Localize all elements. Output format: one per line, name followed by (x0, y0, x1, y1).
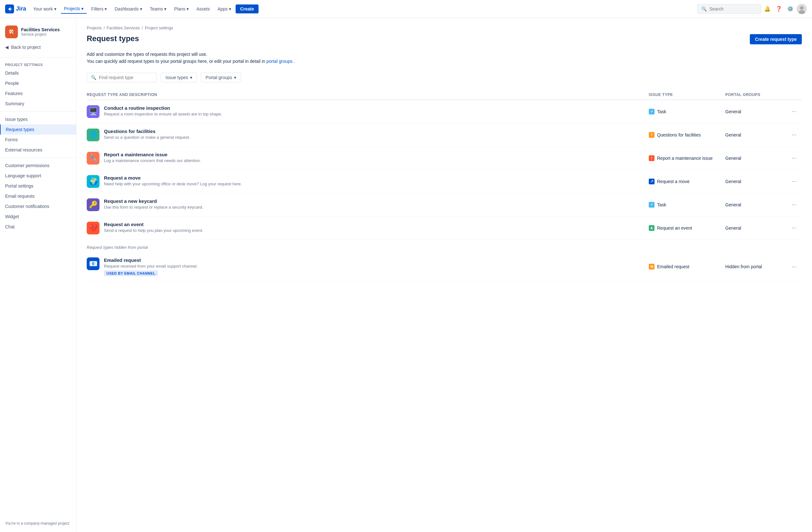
sidebar-item-details[interactable]: Details (0, 68, 76, 78)
sidebar-item-portal-settings[interactable]: Portal settings (0, 181, 76, 191)
back-label: Back to project (11, 45, 41, 50)
svg-point-3 (800, 6, 804, 10)
row-more-button[interactable]: ··· (789, 200, 799, 209)
issue-type-label: Request a move (657, 179, 690, 184)
jira-logo-text: Jira (16, 5, 26, 12)
sidebar-item-summary[interactable]: Summary (0, 99, 76, 109)
request-type-name[interactable]: Request a new keycard (104, 198, 203, 204)
nav-assets[interactable]: Assets (193, 4, 213, 13)
sidebar-item-forms[interactable]: Forms (0, 134, 76, 145)
settings-button[interactable]: ⚙️ (785, 4, 795, 14)
request-type-icon: ❤️ (87, 222, 100, 234)
svg-point-1 (9, 8, 11, 10)
breadcrumb-current: Project settings (145, 26, 173, 30)
breadcrumb-projects[interactable]: Projects (87, 26, 102, 30)
issue-type-icon: ✓ (649, 109, 654, 115)
request-type-name[interactable]: Emailed request (104, 257, 198, 263)
search-input[interactable] (709, 6, 757, 12)
sidebar-item-customer-permissions[interactable]: Customer permissions (0, 160, 76, 171)
search-box[interactable]: 🔍 (697, 4, 761, 14)
request-type-cell: 🔧 Report a maintenance issue Log a maint… (87, 152, 649, 164)
search-icon: 🔍 (701, 6, 707, 12)
user-avatar[interactable] (797, 4, 807, 14)
portal-group-cell: Hidden from portal (725, 264, 789, 269)
find-request-type-input[interactable] (99, 75, 153, 80)
row-more-button[interactable]: ··· (789, 130, 799, 139)
desc-line1: Add and customize the types of requests … (87, 51, 802, 58)
request-type-cell: 🌍 Request a move Need help with your upc… (87, 175, 649, 188)
create-button[interactable]: Create (236, 4, 259, 13)
request-type-icon: 🌍 (87, 175, 100, 188)
filters-row: 🔍 Issue types ▾ Portal groups ▾ (87, 73, 802, 82)
request-type-name[interactable]: Conduct a routine inspection (104, 105, 222, 111)
portal-groups-filter[interactable]: Portal groups ▾ (201, 73, 241, 82)
issue-type-cell: ! Report a maintenance issue (649, 155, 725, 161)
project-name: Facilities Services (21, 27, 60, 32)
sidebar-item-widget[interactable]: Widget (0, 212, 76, 222)
desc-end: . (294, 59, 295, 64)
request-type-cell: 🖥️ Conduct a routine inspection Request … (87, 105, 649, 118)
sidebar-item-request-types[interactable]: Request types (0, 125, 76, 134)
table-row: 🌐 Questions for facilities Send us a que… (87, 124, 802, 147)
request-type-name[interactable]: Report a maintenance issue (104, 152, 201, 157)
sidebar-item-people[interactable]: People (0, 78, 76, 88)
portal-groups-link[interactable]: portal groups (266, 59, 293, 64)
issue-type-cell: ? Questions for facilities (649, 132, 725, 138)
col-issue-type: Issue type (649, 92, 725, 97)
portal-group-cell: General (725, 156, 789, 161)
nav-your-work[interactable]: Your work ▾ (30, 4, 60, 13)
nav-projects[interactable]: Projects ▾ (61, 4, 87, 14)
issue-type-icon: ✉ (649, 264, 654, 270)
search-filter-icon: 🔍 (91, 75, 96, 80)
row-more-button[interactable]: ··· (789, 154, 799, 163)
row-more-button[interactable]: ··· (789, 107, 799, 116)
request-type-cell: 🌐 Questions for facilities Send us a que… (87, 129, 649, 141)
issue-types-filter[interactable]: Issue types ▾ (161, 73, 197, 82)
request-type-icon: 📧 (87, 257, 100, 270)
row-more-button[interactable]: ··· (789, 262, 799, 271)
sidebar-item-chat[interactable]: Chat (0, 222, 76, 232)
sidebar-item-language-support[interactable]: Language support (0, 171, 76, 181)
request-type-icon: 🔑 (87, 198, 100, 211)
request-type-name[interactable]: Questions for facilities (104, 129, 190, 134)
sidebar-item-external-resources[interactable]: External resources (0, 145, 76, 155)
portal-groups-label: Portal groups (206, 75, 232, 80)
nav-dashboards[interactable]: Dashboards ▾ (111, 4, 145, 13)
main-layout: 🛠 Facilities Services Service project ◀ … (0, 18, 812, 532)
search-filter[interactable]: 🔍 (87, 73, 157, 82)
sidebar-project: 🛠 Facilities Services Service project (0, 22, 76, 42)
help-button[interactable]: ❓ (774, 4, 784, 14)
request-type-description: Use this form to request or replace a se… (104, 205, 203, 210)
issue-type-label: Questions for facilities (657, 132, 701, 138)
nav-teams[interactable]: Teams ▾ (147, 4, 170, 13)
back-to-project[interactable]: ◀ Back to project (0, 42, 76, 52)
request-type-name[interactable]: Request a move (104, 175, 242, 181)
request-type-icon: 🖥️ (87, 105, 100, 118)
portal-group-cell: General (725, 179, 789, 184)
table-row: 🔧 Report a maintenance issue Log a maint… (87, 147, 802, 170)
request-type-icon: 🌐 (87, 129, 100, 141)
nav-apps[interactable]: Apps ▾ (214, 4, 234, 13)
breadcrumb-facilities-services[interactable]: Facilities Services (107, 26, 140, 30)
portal-group-cell: General (725, 202, 789, 207)
row-more-button[interactable]: ··· (789, 177, 799, 186)
request-type-name[interactable]: Request an event (104, 222, 203, 227)
create-request-type-button[interactable]: Create request type (750, 34, 802, 44)
issue-type-icon: A (649, 225, 654, 231)
nav-plans[interactable]: Plans ▾ (171, 4, 192, 13)
top-navigation: Jira Your work ▾ Projects ▾ Filters ▾ Da… (0, 0, 812, 18)
issue-type-label: Task (657, 109, 666, 114)
notifications-button[interactable]: 🔔 (762, 4, 772, 14)
sidebar-item-email-requests[interactable]: Email requests (0, 191, 76, 201)
project-type: Service project (21, 32, 60, 37)
logo[interactable]: Jira (5, 4, 26, 13)
request-types-list: 🖥️ Conduct a routine inspection Request … (87, 100, 802, 240)
sidebar-item-features[interactable]: Features (0, 88, 76, 99)
nav-filters[interactable]: Filters ▾ (88, 4, 110, 13)
sidebar-item-customer-notifications[interactable]: Customer notifications (0, 201, 76, 212)
sidebar-section-label: Project settings (0, 60, 76, 68)
row-more-button[interactable]: ··· (789, 223, 799, 232)
request-type-cell: ❤️ Request an event Send a request to he… (87, 222, 649, 234)
sidebar-item-issue-types[interactable]: Issue types (0, 114, 76, 125)
used-badge: USED BY EMAIL CHANNEL (104, 271, 158, 276)
